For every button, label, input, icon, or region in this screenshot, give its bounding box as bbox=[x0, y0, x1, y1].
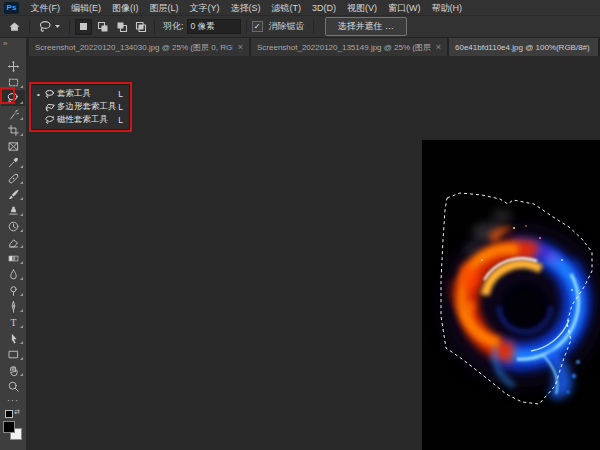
feather-input[interactable]: 0 像素 bbox=[187, 19, 241, 34]
fire-ice-swirl-artwork bbox=[422, 140, 600, 450]
eyedropper-tool[interactable] bbox=[1, 154, 25, 170]
antialias-label: 消除锯齿 bbox=[269, 20, 305, 33]
separator bbox=[246, 20, 247, 34]
lasso-tool-preset-icon[interactable] bbox=[35, 18, 64, 36]
menu-file[interactable]: 文件(F) bbox=[25, 0, 66, 16]
document-tab-2[interactable]: Screenshot_20220120_135149.jpg @ 25% (图层… bbox=[251, 38, 449, 56]
subtract-from-selection-icon[interactable] bbox=[113, 19, 130, 35]
svg-text:T: T bbox=[10, 317, 16, 328]
document-tab-1[interactable]: Screenshot_20220120_134030.jpg @ 25% (图层… bbox=[29, 38, 251, 56]
crop-tool[interactable] bbox=[1, 122, 25, 138]
path-selection-tool[interactable] bbox=[1, 330, 25, 346]
tools-panel: T ··· ⇄ bbox=[0, 56, 26, 450]
spot-healing-brush-tool[interactable] bbox=[1, 170, 25, 186]
new-selection-icon[interactable] bbox=[75, 19, 92, 35]
menu-type[interactable]: 文字(Y) bbox=[184, 0, 225, 16]
rectangle-tool[interactable] bbox=[1, 346, 25, 362]
frame-tool[interactable] bbox=[1, 138, 25, 154]
selected-bullet: • bbox=[35, 90, 42, 99]
lasso-flyout-menu: • 套索工具 L 多边形套索工具 L 磁性套索工具 L bbox=[31, 84, 130, 130]
lasso-icon bbox=[42, 89, 57, 99]
shortcut-key: L bbox=[118, 115, 129, 125]
close-tab-icon[interactable]: × bbox=[238, 42, 243, 52]
menu-view[interactable]: 视图(V) bbox=[342, 0, 383, 16]
color-swatches bbox=[3, 421, 23, 441]
toolbar-collapse-icon[interactable]: » bbox=[0, 38, 26, 56]
separator bbox=[69, 20, 70, 34]
menu-help[interactable]: 帮助(H) bbox=[426, 0, 468, 16]
flyout-item-polygonal-lasso[interactable]: 多边形套索工具 L bbox=[32, 101, 129, 114]
photoshop-logo-icon: Ps bbox=[4, 2, 19, 14]
menu-select[interactable]: 选择(S) bbox=[225, 0, 266, 16]
photoshop-window: Ps 文件(F) 编辑(E) 图像(I) 图层(L) 文字(Y) 选择(S) 滤… bbox=[0, 0, 600, 450]
add-to-selection-icon[interactable] bbox=[94, 19, 111, 35]
red-annotation-box-tool bbox=[0, 87, 15, 104]
separator bbox=[154, 20, 155, 34]
separator bbox=[29, 20, 30, 34]
document-tab-bar: » Screenshot_20220120_134030.jpg @ 25% (… bbox=[0, 38, 600, 56]
zoom-tool[interactable] bbox=[1, 378, 25, 394]
magic-wand-tool[interactable] bbox=[1, 106, 25, 122]
brush-tool[interactable] bbox=[1, 186, 25, 202]
feather-label: 羽化: bbox=[163, 20, 184, 33]
menu-layer[interactable]: 图层(L) bbox=[144, 0, 184, 16]
type-tool[interactable]: T bbox=[1, 314, 25, 330]
menu-filter[interactable]: 滤镜(T) bbox=[266, 0, 307, 16]
close-tab-icon[interactable]: × bbox=[436, 42, 441, 52]
swap-colors-icon[interactable]: ⇄ bbox=[14, 408, 20, 416]
dodge-tool[interactable] bbox=[1, 282, 25, 298]
polygonal-lasso-icon bbox=[42, 102, 57, 112]
default-colors-icon[interactable]: ⇄ bbox=[5, 408, 21, 419]
foreground-color-swatch[interactable] bbox=[3, 421, 15, 433]
pen-tool[interactable] bbox=[1, 298, 25, 314]
menu-window[interactable]: 窗口(W) bbox=[383, 0, 427, 16]
document-tab-3[interactable]: 60e41bfd110e4.jpg @ 100%(RGB/8#) bbox=[449, 38, 600, 56]
selection-mode-group bbox=[75, 19, 149, 35]
shortcut-key: L bbox=[118, 102, 129, 112]
menu-bar: Ps 文件(F) 编辑(E) 图像(I) 图层(L) 文字(Y) 选择(S) 滤… bbox=[0, 0, 600, 16]
chevron-down-icon bbox=[54, 24, 61, 29]
move-tool[interactable] bbox=[1, 58, 25, 74]
gradient-tool[interactable] bbox=[1, 250, 25, 266]
history-brush-tool[interactable] bbox=[1, 218, 25, 234]
eraser-tool[interactable] bbox=[1, 234, 25, 250]
separator bbox=[313, 20, 314, 34]
select-and-mask-button[interactable]: 选择并遮住 … bbox=[325, 17, 408, 36]
flyout-item-lasso[interactable]: • 套索工具 L bbox=[32, 88, 129, 101]
magnetic-lasso-icon bbox=[42, 115, 57, 125]
menu-edit[interactable]: 编辑(E) bbox=[66, 0, 107, 16]
antialias-checkbox[interactable]: ✓ bbox=[252, 21, 263, 32]
hand-tool[interactable] bbox=[1, 362, 25, 378]
blur-tool[interactable] bbox=[1, 266, 25, 282]
flyout-item-magnetic-lasso[interactable]: 磁性套索工具 L bbox=[32, 114, 129, 127]
clone-stamp-tool[interactable] bbox=[1, 202, 25, 218]
document-image[interactable] bbox=[422, 140, 600, 450]
options-bar: 羽化: 0 像素 ✓ 消除锯齿 选择并遮住 … bbox=[0, 16, 600, 38]
menu-image[interactable]: 图像(I) bbox=[107, 0, 145, 16]
intersect-selection-icon[interactable] bbox=[132, 19, 149, 35]
menu-3d[interactable]: 3D(D) bbox=[307, 0, 342, 16]
shortcut-key: L bbox=[118, 89, 129, 99]
edit-toolbar-icon[interactable]: ··· bbox=[1, 394, 25, 406]
home-icon[interactable] bbox=[5, 18, 24, 36]
